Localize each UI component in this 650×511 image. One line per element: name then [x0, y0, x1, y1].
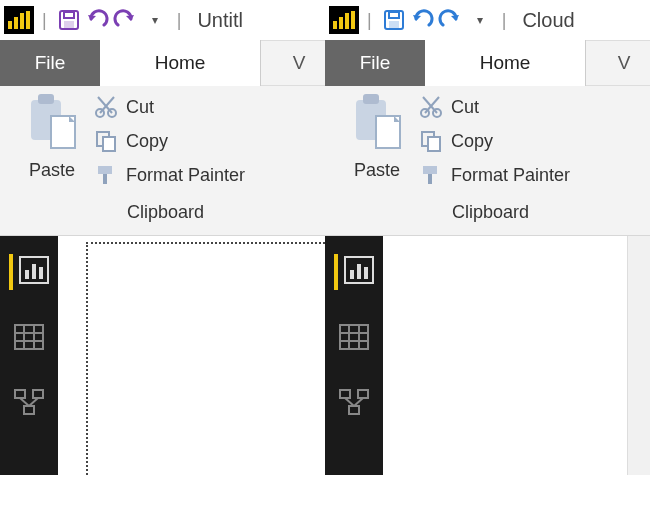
app-logo-icon: [4, 6, 34, 34]
svg-rect-3: [26, 11, 30, 29]
svg-rect-33: [339, 17, 343, 29]
svg-rect-17: [103, 174, 107, 184]
svg-rect-20: [32, 264, 36, 279]
svg-rect-59: [340, 390, 350, 398]
svg-rect-52: [357, 264, 361, 279]
title-bar: |▾|Cloud: [325, 0, 650, 40]
svg-line-31: [29, 398, 38, 406]
svg-line-63: [354, 398, 363, 406]
svg-rect-61: [349, 406, 359, 414]
separator: |: [177, 10, 182, 31]
save-icon[interactable]: [55, 9, 83, 31]
paste-button[interactable]: Paste: [337, 90, 417, 192]
paste-label: Paste: [337, 160, 417, 181]
svg-rect-40: [363, 94, 379, 104]
separator: |: [502, 10, 507, 31]
svg-rect-35: [351, 11, 355, 29]
cut-label: Cut: [451, 97, 479, 118]
format-painter-icon: [417, 163, 445, 187]
tab-next-partial[interactable]: V: [261, 40, 325, 86]
svg-line-45: [423, 97, 437, 113]
copy-button[interactable]: Copy: [417, 124, 570, 158]
svg-rect-48: [423, 166, 437, 174]
tab-file[interactable]: File: [325, 40, 425, 86]
copy-label: Copy: [126, 131, 168, 152]
svg-rect-29: [24, 406, 34, 414]
svg-line-13: [98, 97, 112, 113]
paste-label: Paste: [12, 160, 92, 181]
svg-rect-54: [340, 325, 368, 349]
report-canvas[interactable]: [383, 236, 650, 475]
format-painter-button[interactable]: Format Painter: [417, 158, 570, 192]
format-painter-label: Format Painter: [451, 165, 570, 186]
cut-label: Cut: [126, 97, 154, 118]
copy-icon: [92, 129, 120, 153]
svg-rect-49: [428, 174, 432, 184]
report-canvas[interactable]: [58, 236, 325, 475]
svg-rect-16: [98, 166, 112, 174]
copy-button[interactable]: Copy: [92, 124, 245, 158]
svg-rect-38: [389, 21, 399, 28]
tab-home[interactable]: Home: [425, 40, 586, 86]
vertical-scrollbar[interactable]: [627, 236, 650, 475]
svg-rect-32: [333, 21, 337, 29]
ribbon-tabstrip: FileHomeV: [325, 40, 650, 86]
svg-rect-15: [103, 137, 115, 151]
copy-label: Copy: [451, 131, 493, 152]
ribbon-group-label: Clipboard: [337, 192, 644, 227]
svg-line-30: [20, 398, 29, 406]
svg-line-44: [425, 97, 439, 113]
svg-rect-53: [364, 267, 368, 279]
cut-icon: [417, 95, 445, 119]
svg-rect-0: [8, 21, 12, 29]
separator: |: [42, 10, 47, 31]
svg-rect-19: [25, 270, 29, 279]
paste-button[interactable]: Paste: [12, 90, 92, 192]
save-icon[interactable]: [380, 9, 408, 31]
data-view-icon[interactable]: [339, 324, 369, 354]
redo-icon[interactable]: [111, 9, 139, 31]
tab-home[interactable]: Home: [100, 40, 261, 86]
cut-button[interactable]: Cut: [92, 90, 245, 124]
undo-icon[interactable]: [408, 9, 436, 31]
copy-icon: [417, 129, 445, 153]
svg-rect-28: [33, 390, 43, 398]
paste-icon: [337, 90, 417, 156]
data-view-icon[interactable]: [14, 324, 44, 354]
format-painter-label: Format Painter: [126, 165, 245, 186]
svg-rect-2: [20, 13, 24, 29]
dropdown-caret-icon[interactable]: ▾: [466, 13, 494, 27]
model-view-icon[interactable]: [338, 388, 370, 420]
ribbon-tabstrip: FileHomeV: [0, 40, 325, 86]
view-sidebar: [0, 236, 58, 475]
svg-rect-5: [64, 12, 74, 18]
redo-icon[interactable]: [436, 9, 464, 31]
svg-rect-37: [389, 12, 399, 18]
model-view-icon[interactable]: [13, 388, 45, 420]
svg-rect-22: [15, 325, 43, 349]
app-logo-icon: [329, 6, 359, 34]
svg-rect-27: [15, 390, 25, 398]
active-view-indicator: [9, 254, 13, 290]
svg-line-12: [100, 97, 114, 113]
format-painter-icon: [92, 163, 120, 187]
cut-button[interactable]: Cut: [417, 90, 570, 124]
view-sidebar: [325, 236, 383, 475]
report-view-icon[interactable]: [344, 256, 374, 288]
format-painter-button[interactable]: Format Painter: [92, 158, 245, 192]
svg-rect-6: [64, 21, 74, 28]
svg-rect-8: [38, 94, 54, 104]
tab-next-partial[interactable]: V: [586, 40, 650, 86]
svg-rect-21: [39, 267, 43, 279]
undo-icon[interactable]: [83, 9, 111, 31]
active-view-indicator: [334, 254, 338, 290]
tab-file[interactable]: File: [0, 40, 100, 86]
canvas-placeholder-outline: [86, 242, 325, 475]
svg-line-62: [345, 398, 354, 406]
report-view-icon[interactable]: [19, 256, 49, 288]
svg-rect-60: [358, 390, 368, 398]
ribbon-group-label: Clipboard: [12, 192, 319, 227]
svg-rect-1: [14, 17, 18, 29]
dropdown-caret-icon[interactable]: ▾: [141, 13, 169, 27]
svg-rect-47: [428, 137, 440, 151]
